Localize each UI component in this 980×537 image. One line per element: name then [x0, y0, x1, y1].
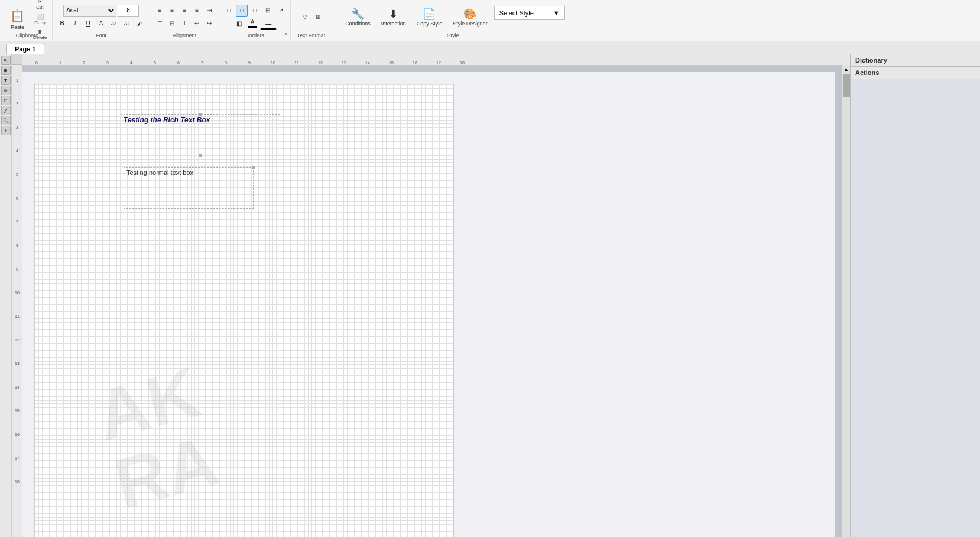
copy-style-button[interactable]: 📄 Copy Style: [413, 3, 447, 31]
tool-line[interactable]: ╱: [1, 106, 11, 115]
copy-button[interactable]: ⬜ Copy: [31, 12, 48, 27]
font-size-input[interactable]: [118, 5, 139, 17]
scroll-thumb[interactable]: [843, 74, 850, 97]
handle-top: [199, 113, 202, 116]
font-family-select[interactable]: Arial: [63, 5, 116, 17]
font-group: Arial B I U A A↑ A↓ 🖌 Font: [53, 1, 150, 40]
page-container: Testing the Rich Text Box Testing normal…: [22, 72, 835, 537]
conditions-button[interactable]: 🔧 Conditions: [341, 3, 375, 31]
paste-icon: 📋: [10, 9, 25, 23]
rich-text-box[interactable]: Testing the Rich Text Box: [121, 114, 280, 155]
border-color-icon: A: [251, 19, 255, 25]
ruler-ticks: 0 1 2 3 4 5 6 7 8 9 10 11 12 13 14 15 16: [22, 54, 850, 65]
border-all-button[interactable]: ⊞: [262, 5, 274, 17]
scrollbar-vertical[interactable]: ▲: [842, 65, 850, 537]
underline-button[interactable]: U: [82, 18, 94, 30]
font-color-button[interactable]: A: [95, 18, 107, 30]
indent-button[interactable]: ⇥: [203, 5, 215, 17]
valign-middle-button[interactable]: ⊟: [166, 18, 178, 30]
tool-draw[interactable]: ✏: [1, 86, 11, 95]
alignment-group: ≡ ≡ ≡ ≡ ⇥ ⊤ ⊟ ⊥ ↩ ↪ Alignment: [150, 1, 219, 40]
style-label: Style: [447, 32, 459, 38]
cut-icon: ✂: [38, 0, 43, 5]
tool-select[interactable]: ⊞: [1, 66, 11, 75]
style-designer-icon: 🎨: [463, 8, 476, 21]
align-center-button[interactable]: ≡: [166, 5, 178, 17]
border-outside-button[interactable]: □: [223, 5, 235, 17]
layout-with-rulers: 0 1 2 3 4 5 6 7 8 9 10 11 12 13 14 15 16: [12, 54, 850, 537]
borders-expand-button[interactable]: ↗: [281, 31, 289, 38]
right-panel-content: [851, 79, 980, 537]
interaction-icon: ⬇: [389, 8, 398, 21]
border-active-button[interactable]: □: [236, 5, 248, 17]
textformat-btn2[interactable]: ⊞: [312, 11, 324, 23]
tool-shape[interactable]: □: [1, 96, 11, 105]
textformat-label: Text Format: [297, 32, 326, 38]
canvas-with-vruler: 1 2 3 4 5 6 7 8 9 10 11 12 13 14 15 16 1…: [12, 65, 850, 537]
tool-zoom[interactable]: 🔍: [1, 116, 11, 125]
clipboard-label: Clipboard: [16, 32, 39, 38]
dictionary-header: Dictionary: [851, 54, 980, 67]
horizontal-ruler: 0 1 2 3 4 5 6 7 8 9 10 11 12 13 14 15 16: [22, 54, 850, 65]
clipboard-group: 📋 Paste ✂ Cut ⬜ Copy 🗑 Delete Clipboard: [2, 1, 53, 40]
style-group: 🔧 Conditions ⬇ Interaction 📄 Copy Style …: [338, 1, 569, 40]
dropdown-button[interactable]: ▽: [299, 11, 311, 23]
interaction-button[interactable]: ⬇ Interaction: [377, 3, 410, 31]
corner-square: [12, 54, 22, 65]
scroll-up-button[interactable]: ▲: [842, 65, 850, 73]
handle-bottom: [199, 154, 202, 157]
main-layout: ↖ ⊞ T ✏ □ ╱ 🔍 ↕ 0 1 2 3 4 5 6: [0, 54, 980, 537]
select-style-chevron: ▼: [553, 9, 560, 17]
page: Testing the Rich Text Box Testing normal…: [34, 84, 454, 537]
canvas-scroll-area[interactable]: Testing the Rich Text Box Testing normal…: [22, 65, 842, 537]
fill-color-button[interactable]: ◧: [233, 18, 245, 30]
divider1: [335, 1, 335, 31]
valign-bottom-button[interactable]: ⊥: [179, 18, 190, 30]
border-color-button[interactable]: A: [246, 18, 259, 30]
tool-pointer[interactable]: ↕: [1, 126, 11, 135]
select-style-dropdown[interactable]: Select Style ▼: [494, 6, 565, 20]
borders-group: □ □ □ ⊞ ↗ ◧ A ▬ Borders ↗: [219, 1, 291, 40]
sidebar-tools: ↖ ⊞ T ✏ □ ╱ 🔍 ↕: [1, 56, 11, 135]
border-expand-button[interactable]: ↗: [275, 5, 287, 17]
toolbar: 📋 Paste ✂ Cut ⬜ Copy 🗑 Delete Clipboard: [0, 0, 980, 41]
highlight-button[interactable]: 🖌: [134, 18, 146, 30]
handle-tr: [252, 166, 255, 169]
cut-button[interactable]: ✂ Cut: [31, 0, 48, 11]
align-left-button[interactable]: ≡: [154, 5, 166, 17]
border-none-button[interactable]: □: [249, 5, 261, 17]
ltr-button[interactable]: ↪: [203, 18, 215, 30]
border-color-swatch: [248, 26, 257, 28]
actions-header: Actions: [851, 67, 980, 79]
tab-bar: Page 1: [0, 41, 980, 54]
tab-page1[interactable]: Page 1: [6, 44, 44, 54]
style-designer-button[interactable]: 🎨 Style Designer: [449, 3, 492, 31]
copy-style-icon: 📄: [423, 8, 436, 21]
border-style-button[interactable]: ▬: [260, 18, 277, 30]
italic-button[interactable]: I: [69, 18, 81, 30]
alignment-label: Alignment: [173, 32, 196, 38]
align-right-button[interactable]: ≡: [179, 5, 190, 17]
valign-top-button[interactable]: ⊤: [154, 18, 166, 30]
conditions-icon: 🔧: [351, 8, 364, 21]
rtl-button[interactable]: ↩: [191, 18, 203, 30]
rich-text-content: Testing the Rich Text Box: [124, 116, 210, 124]
left-sidebar: ↖ ⊞ T ✏ □ ╱ 🔍 ↕: [0, 54, 12, 537]
textformat-group: ▽ ⊞ Text Format: [291, 1, 332, 40]
bold-button[interactable]: B: [56, 18, 68, 30]
copy-icon: ⬜: [37, 14, 44, 20]
normal-text-content: Testing normal text box: [126, 169, 193, 176]
normal-text-box[interactable]: Testing normal text box: [124, 167, 254, 209]
font-size-up-button[interactable]: A↑: [108, 18, 120, 30]
align-justify-button[interactable]: ≡: [191, 5, 203, 17]
font-label: Font: [96, 32, 106, 38]
tool-text[interactable]: T: [1, 76, 11, 85]
font-size-down-button[interactable]: A↓: [121, 18, 133, 30]
top-ruler-row: 0 1 2 3 4 5 6 7 8 9 10 11 12 13 14 15 16: [12, 54, 850, 65]
vertical-ruler: 1 2 3 4 5 6 7 8 9 10 11 12 13 14 15 16 1…: [12, 65, 22, 537]
right-panel: Dictionary Actions: [850, 54, 980, 537]
tool-arrow[interactable]: ↖: [1, 56, 11, 65]
paste-button[interactable]: 📋 Paste: [6, 5, 29, 34]
borders-label: Borders: [245, 32, 264, 38]
